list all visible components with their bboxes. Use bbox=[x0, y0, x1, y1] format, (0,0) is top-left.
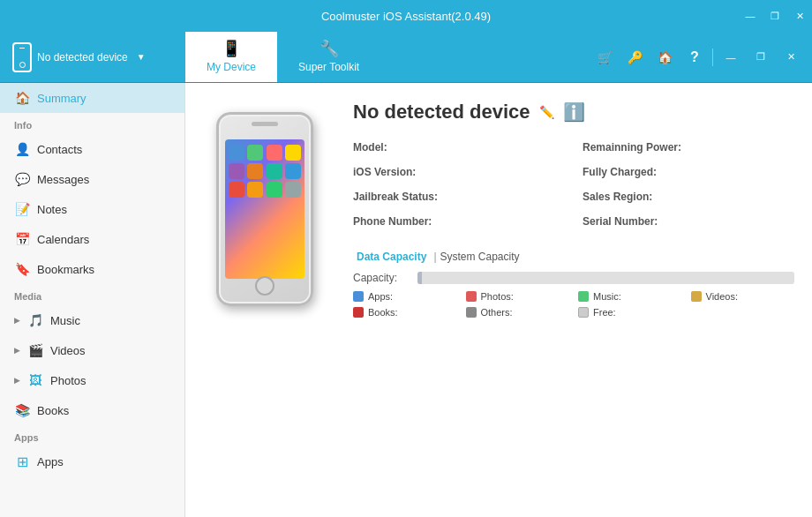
app-icon-4 bbox=[285, 145, 301, 161]
sidebar-item-messages[interactable]: 💬 Messages bbox=[0, 164, 184, 194]
sales-region-label: Sales Region: bbox=[583, 191, 794, 203]
window-close-nav[interactable]: ✕ bbox=[778, 45, 803, 70]
photos-expand-icon: ▶ bbox=[14, 376, 20, 385]
app-icon-5 bbox=[229, 163, 244, 179]
sidebar-item-books[interactable]: 📚 Books bbox=[0, 395, 184, 425]
capacity-label: Capacity: bbox=[353, 272, 410, 284]
serial-number-label: Serial Number: bbox=[583, 215, 794, 228]
tab-super-toolkit[interactable]: 🔧 Super Toolkit bbox=[277, 32, 380, 82]
model-label: Model: bbox=[353, 141, 565, 154]
ios-version-row: iOS Version: bbox=[353, 166, 565, 178]
phone-number-label: Phone Number: bbox=[353, 215, 565, 228]
contacts-icon: 👤 bbox=[14, 141, 30, 157]
key-icon[interactable]: 🔑 bbox=[622, 45, 647, 70]
legend-apps: Apps: bbox=[353, 291, 457, 302]
window-restore-nav[interactable]: ❐ bbox=[748, 45, 773, 70]
title-bar: Coolmuster iOS Assistant(2.0.49) — ❐ ✕ bbox=[0, 0, 812, 32]
tab-system-capacity[interactable]: System Capacity bbox=[440, 251, 520, 263]
window-min-nav[interactable]: — bbox=[718, 45, 743, 70]
music-icon: 🎵 bbox=[27, 312, 43, 328]
sidebar-item-calendars[interactable]: 📅 Calendars bbox=[0, 224, 184, 254]
legend-photos: Photos: bbox=[466, 291, 570, 302]
phone-home-button bbox=[255, 276, 274, 296]
device-label: No detected device bbox=[37, 51, 128, 64]
capacity-tabs: Data Capacity | System Capacity bbox=[353, 249, 794, 265]
app-icon-10 bbox=[247, 182, 263, 198]
sidebar-notes-label: Notes bbox=[37, 203, 67, 216]
edit-device-name-icon[interactable]: ✏️ bbox=[539, 105, 554, 119]
phone-number-row: Phone Number: bbox=[353, 215, 565, 228]
tab-my-device[interactable]: 📱 My Device bbox=[185, 32, 277, 82]
legend-videos-label: Videos: bbox=[706, 291, 739, 302]
sidebar-section-media: Media bbox=[0, 284, 184, 305]
sidebar-item-notes[interactable]: 📝 Notes bbox=[0, 194, 184, 224]
videos-expand-icon: ▶ bbox=[14, 346, 20, 355]
device-selector[interactable]: No detected device ▼ bbox=[0, 32, 185, 82]
sidebar-messages-label: Messages bbox=[37, 173, 89, 186]
legend-photos-label: Photos: bbox=[481, 291, 514, 302]
legend-music-label: Music: bbox=[593, 291, 621, 302]
capacity-bar-row: Capacity: bbox=[353, 272, 794, 284]
apps-icon: ⊞ bbox=[14, 453, 30, 469]
sidebar-item-summary[interactable]: 🏠 Summary bbox=[0, 83, 184, 113]
books-icon: 📚 bbox=[14, 402, 30, 418]
nav-bar: No detected device ▼ 📱 My Device 🔧 Super… bbox=[0, 32, 812, 83]
calendars-icon: 📅 bbox=[14, 231, 30, 247]
nav-right-controls: 🛒 🔑 🏠 ? — ❐ ✕ bbox=[592, 32, 812, 82]
tab-data-capacity[interactable]: Data Capacity bbox=[353, 249, 430, 265]
sidebar-item-music[interactable]: ▶ 🎵 Music bbox=[0, 305, 184, 335]
remaining-power-label: Remainning Power: bbox=[583, 141, 794, 154]
sidebar-item-bookmarks[interactable]: 🔖 Bookmarks bbox=[0, 254, 184, 284]
sidebar-item-videos[interactable]: ▶ 🎬 Videos bbox=[0, 335, 184, 365]
legend-dot-apps bbox=[353, 291, 364, 302]
sidebar-summary-label: Summary bbox=[37, 92, 86, 105]
legend-apps-label: Apps: bbox=[368, 291, 393, 302]
device-info-icon[interactable]: ℹ️ bbox=[563, 101, 585, 123]
legend-books: Books: bbox=[353, 307, 457, 318]
legend-dot-photos bbox=[466, 291, 477, 302]
phone-screen-grid bbox=[225, 139, 304, 203]
legend-dot-videos bbox=[691, 291, 702, 302]
model-row: Model: bbox=[353, 141, 565, 154]
close-button[interactable]: ✕ bbox=[787, 4, 812, 28]
music-expand-icon: ▶ bbox=[14, 316, 20, 325]
sidebar-music-label: Music bbox=[50, 314, 80, 327]
sidebar-contacts-label: Contacts bbox=[37, 143, 82, 156]
legend-dot-books bbox=[353, 307, 364, 318]
sidebar-section-info: Info bbox=[0, 113, 184, 134]
cap-tab-divider: | bbox=[433, 251, 436, 263]
my-device-icon: 📱 bbox=[222, 39, 241, 58]
videos-icon: 🎬 bbox=[27, 342, 43, 358]
content-area: No detected device ✏️ ℹ️ Model: Remainni… bbox=[185, 83, 812, 517]
sidebar-item-contacts[interactable]: 👤 Contacts bbox=[0, 134, 184, 164]
legend-free: Free: bbox=[578, 307, 682, 318]
legend-others: Others: bbox=[466, 307, 570, 318]
help-icon[interactable]: ? bbox=[682, 45, 707, 70]
window-controls: — ❐ ✕ bbox=[738, 0, 812, 32]
app-icon-11 bbox=[267, 182, 282, 198]
phone-body bbox=[216, 112, 313, 306]
legend-others-label: Others: bbox=[481, 307, 513, 318]
ios-version-label: iOS Version: bbox=[353, 166, 565, 178]
sidebar-item-photos[interactable]: ▶ 🖼 Photos bbox=[0, 365, 184, 395]
legend-free-label: Free: bbox=[593, 307, 616, 318]
app-icon-7 bbox=[267, 163, 282, 179]
notes-icon: 📝 bbox=[14, 201, 30, 217]
jailbreak-row: Jailbreak Status: bbox=[353, 191, 565, 203]
sidebar-item-apps[interactable]: ⊞ Apps bbox=[0, 446, 184, 476]
phone-image-area bbox=[203, 101, 327, 318]
sidebar: 🏠 Summary Info 👤 Contacts 💬 Messages 📝 N… bbox=[0, 83, 185, 517]
legend-dot-free bbox=[578, 307, 589, 318]
app-icon-3 bbox=[267, 145, 282, 161]
home-icon[interactable]: 🏠 bbox=[652, 45, 677, 70]
cart-icon[interactable]: 🛒 bbox=[592, 45, 617, 70]
device-info-grid: Model: Remainning Power: iOS Version: Fu… bbox=[353, 141, 794, 228]
legend-dot-music bbox=[578, 291, 589, 302]
capacity-bar bbox=[417, 272, 422, 284]
app-icon-12 bbox=[285, 182, 301, 198]
device-icon bbox=[12, 42, 32, 72]
app-icon-8 bbox=[285, 163, 301, 179]
minimize-button[interactable]: — bbox=[738, 4, 763, 28]
restore-button[interactable]: ❐ bbox=[763, 4, 787, 28]
sidebar-books-label: Books bbox=[37, 404, 69, 417]
